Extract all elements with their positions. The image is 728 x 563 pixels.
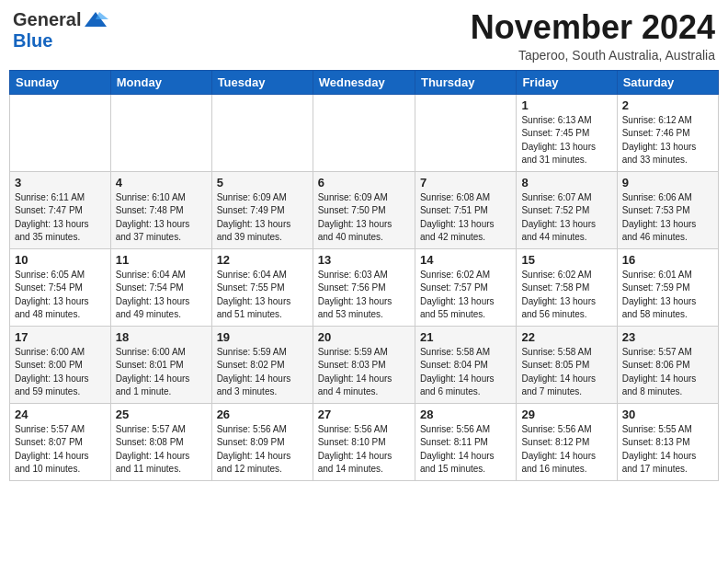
day-info: Sunrise: 6:00 AM Sunset: 8:01 PM Dayligh… — [116, 346, 207, 399]
day-info: Sunrise: 5:59 AM Sunset: 8:03 PM Dayligh… — [318, 346, 410, 399]
day-of-week-wednesday: Wednesday — [313, 70, 415, 94]
calendar-cell: 13Sunrise: 6:03 AM Sunset: 7:56 PM Dayli… — [313, 248, 415, 326]
day-info: Sunrise: 5:56 AM Sunset: 8:11 PM Dayligh… — [420, 423, 511, 477]
day-number: 20 — [318, 330, 410, 344]
day-number: 30 — [622, 408, 713, 421]
day-number: 16 — [622, 253, 713, 267]
day-number: 9 — [622, 176, 713, 190]
day-number: 22 — [521, 330, 611, 344]
calendar-cell: 16Sunrise: 6:01 AM Sunset: 7:59 PM Dayli… — [617, 248, 718, 326]
day-info: Sunrise: 6:13 AM Sunset: 7:45 PM Dayligh… — [521, 114, 611, 167]
location: Taperoo, South Australia, Australia — [471, 48, 715, 63]
calendar-cell: 25Sunrise: 5:57 AM Sunset: 8:08 PM Dayli… — [110, 403, 211, 480]
day-number: 15 — [521, 253, 611, 267]
logo: General Blue — [13, 9, 108, 52]
day-number: 18 — [116, 330, 207, 344]
calendar-cell: 19Sunrise: 5:59 AM Sunset: 8:02 PM Dayli… — [211, 326, 313, 403]
calendar-cell: 28Sunrise: 5:56 AM Sunset: 8:11 PM Dayli… — [415, 403, 516, 480]
day-number: 21 — [420, 330, 511, 344]
day-info: Sunrise: 5:57 AM Sunset: 8:07 PM Dayligh… — [15, 423, 106, 477]
calendar-cell: 1Sunrise: 6:13 AM Sunset: 7:45 PM Daylig… — [517, 94, 617, 171]
day-of-week-thursday: Thursday — [415, 70, 516, 94]
day-number: 13 — [318, 253, 410, 267]
day-of-week-saturday: Saturday — [617, 70, 718, 94]
day-info: Sunrise: 5:56 AM Sunset: 8:10 PM Dayligh… — [318, 423, 410, 477]
day-info: Sunrise: 6:12 AM Sunset: 7:46 PM Dayligh… — [622, 114, 713, 167]
week-row-3: 17Sunrise: 6:00 AM Sunset: 8:00 PM Dayli… — [10, 326, 719, 403]
calendar-cell: 11Sunrise: 6:04 AM Sunset: 7:54 PM Dayli… — [110, 248, 211, 326]
day-info: Sunrise: 5:57 AM Sunset: 8:06 PM Dayligh… — [622, 346, 713, 399]
logo-general: General — [13, 9, 81, 30]
week-row-1: 3Sunrise: 6:11 AM Sunset: 7:47 PM Daylig… — [10, 171, 719, 248]
day-info: Sunrise: 5:58 AM Sunset: 8:04 PM Dayligh… — [420, 346, 511, 399]
day-info: Sunrise: 6:09 AM Sunset: 7:50 PM Dayligh… — [318, 191, 410, 245]
day-number: 2 — [622, 98, 713, 112]
calendar-cell: 2Sunrise: 6:12 AM Sunset: 7:46 PM Daylig… — [617, 94, 718, 171]
day-info: Sunrise: 6:07 AM Sunset: 7:52 PM Dayligh… — [521, 191, 611, 245]
month-title: November 2024 — [471, 9, 715, 46]
day-number: 26 — [217, 408, 308, 421]
day-info: Sunrise: 5:56 AM Sunset: 8:09 PM Dayligh… — [217, 423, 308, 477]
day-info: Sunrise: 6:10 AM Sunset: 7:48 PM Dayligh… — [116, 191, 207, 245]
day-of-week-tuesday: Tuesday — [211, 70, 313, 94]
day-of-week-sunday: Sunday — [10, 70, 111, 94]
day-number: 19 — [217, 330, 308, 344]
calendar-cell: 22Sunrise: 5:58 AM Sunset: 8:05 PM Dayli… — [517, 326, 617, 403]
day-number: 24 — [15, 408, 106, 421]
calendar-cell: 27Sunrise: 5:56 AM Sunset: 8:10 PM Dayli… — [313, 403, 415, 480]
logo-icon — [83, 10, 108, 30]
calendar-cell: 15Sunrise: 6:02 AM Sunset: 7:58 PM Dayli… — [517, 248, 617, 326]
calendar-cell — [211, 94, 313, 171]
calendar-cell: 26Sunrise: 5:56 AM Sunset: 8:09 PM Dayli… — [211, 403, 313, 480]
calendar-cell: 21Sunrise: 5:58 AM Sunset: 8:04 PM Dayli… — [415, 326, 516, 403]
calendar-cell: 17Sunrise: 6:00 AM Sunset: 8:00 PM Dayli… — [10, 326, 111, 403]
calendar-cell: 29Sunrise: 5:56 AM Sunset: 8:12 PM Dayli… — [517, 403, 617, 480]
day-info: Sunrise: 6:02 AM Sunset: 7:57 PM Dayligh… — [420, 269, 511, 322]
calendar-cell — [415, 94, 516, 171]
day-info: Sunrise: 5:59 AM Sunset: 8:02 PM Dayligh… — [217, 346, 308, 399]
day-number: 7 — [420, 176, 511, 190]
calendar-cell: 3Sunrise: 6:11 AM Sunset: 7:47 PM Daylig… — [10, 171, 111, 248]
day-info: Sunrise: 6:06 AM Sunset: 7:53 PM Dayligh… — [622, 191, 713, 245]
day-info: Sunrise: 6:09 AM Sunset: 7:49 PM Dayligh… — [217, 191, 308, 245]
day-number: 29 — [521, 408, 611, 421]
day-info: Sunrise: 6:05 AM Sunset: 7:54 PM Dayligh… — [15, 269, 106, 322]
day-number: 3 — [15, 176, 106, 190]
calendar-cell: 6Sunrise: 6:09 AM Sunset: 7:50 PM Daylig… — [313, 171, 415, 248]
day-info: Sunrise: 6:03 AM Sunset: 7:56 PM Dayligh… — [318, 269, 410, 322]
day-number: 4 — [116, 176, 207, 190]
calendar-cell — [313, 94, 415, 171]
day-number: 1 — [521, 98, 611, 112]
day-info: Sunrise: 6:04 AM Sunset: 7:54 PM Dayligh… — [116, 269, 207, 322]
day-info: Sunrise: 5:56 AM Sunset: 8:12 PM Dayligh… — [521, 423, 611, 477]
day-info: Sunrise: 6:00 AM Sunset: 8:00 PM Dayligh… — [15, 346, 106, 399]
day-info: Sunrise: 6:11 AM Sunset: 7:47 PM Dayligh… — [15, 191, 106, 245]
day-number: 11 — [116, 253, 207, 267]
calendar-cell: 10Sunrise: 6:05 AM Sunset: 7:54 PM Dayli… — [10, 248, 111, 326]
day-of-week-monday: Monday — [110, 70, 211, 94]
day-number: 8 — [521, 176, 611, 190]
day-info: Sunrise: 6:01 AM Sunset: 7:59 PM Dayligh… — [622, 269, 713, 322]
calendar-cell: 8Sunrise: 6:07 AM Sunset: 7:52 PM Daylig… — [517, 171, 617, 248]
day-number: 25 — [116, 408, 207, 421]
day-info: Sunrise: 5:58 AM Sunset: 8:05 PM Dayligh… — [521, 346, 611, 399]
day-number: 27 — [318, 408, 410, 421]
calendar-cell: 18Sunrise: 6:00 AM Sunset: 8:01 PM Dayli… — [110, 326, 211, 403]
day-number: 12 — [217, 253, 308, 267]
calendar-cell: 23Sunrise: 5:57 AM Sunset: 8:06 PM Dayli… — [617, 326, 718, 403]
day-info: Sunrise: 5:57 AM Sunset: 8:08 PM Dayligh… — [116, 423, 207, 477]
day-number: 23 — [622, 330, 713, 344]
week-row-2: 10Sunrise: 6:05 AM Sunset: 7:54 PM Dayli… — [10, 248, 719, 326]
calendar-cell — [10, 94, 111, 171]
day-number: 6 — [318, 176, 410, 190]
calendar-table: SundayMondayTuesdayWednesdayThursdayFrid… — [9, 70, 719, 481]
day-number: 14 — [420, 253, 511, 267]
calendar-cell: 20Sunrise: 5:59 AM Sunset: 8:03 PM Dayli… — [313, 326, 415, 403]
day-info: Sunrise: 6:02 AM Sunset: 7:58 PM Dayligh… — [521, 269, 611, 322]
calendar-cell: 4Sunrise: 6:10 AM Sunset: 7:48 PM Daylig… — [110, 171, 211, 248]
day-number: 5 — [217, 176, 308, 190]
calendar-cell: 7Sunrise: 6:08 AM Sunset: 7:51 PM Daylig… — [415, 171, 516, 248]
day-of-week-friday: Friday — [517, 70, 617, 94]
day-number: 28 — [420, 408, 511, 421]
calendar-cell: 9Sunrise: 6:06 AM Sunset: 7:53 PM Daylig… — [617, 171, 718, 248]
